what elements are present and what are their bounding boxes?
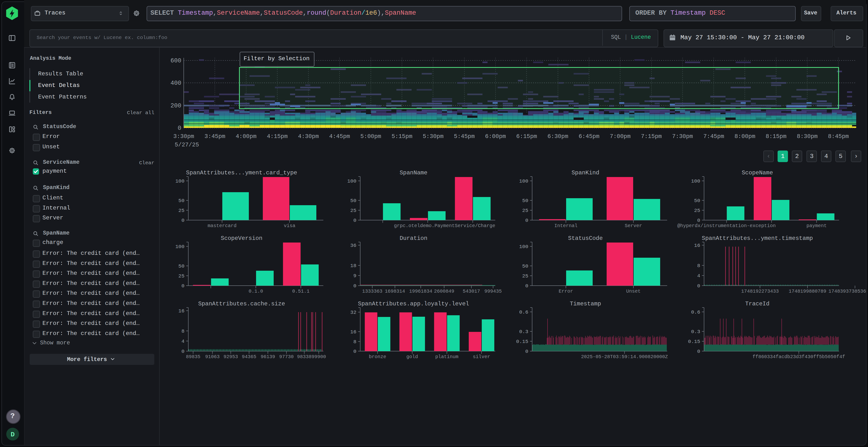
svg-text:9: 9 — [353, 273, 356, 279]
svg-text:Server: Server — [625, 223, 642, 229]
svg-text:SpanName: SpanName — [400, 170, 427, 176]
svg-text:0: 0 — [353, 283, 356, 289]
svg-text:4:30pm: 4:30pm — [298, 133, 319, 140]
svg-text:bronze: bronze — [369, 354, 386, 359]
svg-text:0: 0 — [525, 283, 528, 289]
svg-text:6:45pm: 6:45pm — [579, 133, 599, 140]
svg-text:8:30pm: 8:30pm — [797, 133, 817, 140]
svg-text:8: 8 — [181, 329, 184, 334]
svg-text:89835: 89835 — [186, 354, 200, 359]
svg-text:gold: gold — [406, 354, 418, 359]
svg-text:4:15pm: 4:15pm — [267, 133, 288, 140]
svg-text:8: 8 — [697, 263, 700, 269]
svg-text:600: 600 — [170, 57, 181, 64]
svg-text:3:30pm: 3:30pm — [173, 133, 194, 140]
svg-text:6:00pm: 6:00pm — [485, 133, 506, 140]
svg-text:0: 0 — [181, 349, 184, 354]
svg-text:16: 16 — [179, 308, 184, 314]
svg-text:543017: 543017 — [463, 288, 480, 294]
svg-text:50: 50 — [179, 264, 184, 269]
svg-text:ff860334facdb23d3f430ff5b5050f: ff860334facdb23d3f430ff5b5050f4f — [752, 354, 845, 359]
svg-text:0: 0 — [181, 283, 184, 289]
svg-text:0.15: 0.15 — [516, 339, 528, 344]
svg-text:SpanAttributes...yment.card_ty: SpanAttributes...yment.card_type — [186, 170, 297, 176]
svg-text:grpc.oteldemo.PaymentService/C: grpc.oteldemo.PaymentService/Charge — [394, 223, 495, 229]
svg-text:100: 100 — [691, 178, 700, 184]
svg-text:4:45pm: 4:45pm — [329, 133, 350, 140]
svg-text:100: 100 — [519, 178, 528, 184]
svg-text:mastercard: mastercard — [208, 223, 237, 229]
svg-text:16: 16 — [350, 329, 356, 335]
svg-text:TraceId: TraceId — [745, 301, 770, 307]
svg-text:50: 50 — [179, 198, 184, 204]
svg-text:4: 4 — [181, 339, 184, 344]
svg-text:25: 25 — [179, 208, 184, 213]
svg-text:96139: 96139 — [261, 354, 275, 359]
svg-text:97730: 97730 — [279, 354, 294, 359]
svg-text:91063: 91063 — [205, 354, 220, 359]
svg-text:7:00pm: 7:00pm — [610, 133, 630, 140]
svg-text:0: 0 — [178, 125, 181, 132]
svg-text:2600849: 2600849 — [434, 288, 454, 294]
svg-text:0: 0 — [353, 218, 356, 223]
svg-text:50: 50 — [350, 198, 356, 204]
svg-text:ScopeVersion: ScopeVersion — [221, 235, 262, 242]
svg-text:platinum: platinum — [435, 354, 458, 359]
svg-text:92953: 92953 — [223, 354, 238, 359]
svg-text:7:30pm: 7:30pm — [672, 133, 693, 140]
svg-text:0.6: 0.6 — [519, 309, 528, 315]
svg-text:0.3: 0.3 — [519, 329, 528, 335]
svg-text:16: 16 — [694, 243, 700, 248]
svg-text:98338: 98338 — [297, 354, 311, 359]
svg-text:8:45pm: 8:45pm — [828, 133, 849, 140]
svg-text:1333363: 1333363 — [362, 288, 382, 294]
svg-text:4:00pm: 4:00pm — [236, 133, 256, 140]
svg-text:Error: Error — [559, 288, 573, 294]
svg-text:4: 4 — [697, 273, 700, 279]
svg-text:ScopeName: ScopeName — [742, 170, 773, 176]
svg-text:1748393738536: 1748393738536 — [829, 288, 866, 294]
svg-text:25: 25 — [522, 208, 528, 213]
svg-text:6:15pm: 6:15pm — [516, 133, 537, 140]
svg-text:200: 200 — [170, 102, 181, 109]
svg-text:0: 0 — [525, 218, 528, 223]
svg-text:2025-05-28T03:59:14.900820000Z: 2025-05-28T03:59:14.900820000Z — [581, 354, 668, 359]
svg-text:100: 100 — [519, 244, 528, 249]
svg-text:1748192273433: 1748192273433 — [741, 288, 779, 294]
svg-text:SpanAttributes...yment.timesta: SpanAttributes...yment.timestamp — [702, 235, 813, 242]
svg-text:5:45pm: 5:45pm — [454, 133, 474, 140]
svg-text:1698314: 1698314 — [385, 288, 405, 294]
svg-text:6:30pm: 6:30pm — [547, 133, 568, 140]
svg-text:Internal: Internal — [554, 223, 578, 229]
svg-text:50: 50 — [522, 198, 528, 204]
svg-text:36: 36 — [350, 243, 356, 248]
svg-text:0.6: 0.6 — [691, 309, 700, 315]
svg-text:5:00pm: 5:00pm — [361, 133, 381, 140]
svg-text:0.15: 0.15 — [688, 339, 700, 344]
svg-text:400: 400 — [170, 80, 181, 87]
svg-text:8:15pm: 8:15pm — [766, 133, 786, 140]
svg-text:8: 8 — [353, 339, 356, 345]
svg-text:100: 100 — [347, 178, 356, 184]
svg-text:Timestamp: Timestamp — [570, 301, 601, 307]
svg-text:50: 50 — [694, 198, 700, 204]
svg-text:0: 0 — [697, 218, 700, 223]
svg-text:Unset: Unset — [626, 288, 641, 294]
svg-text:payment: payment — [807, 223, 827, 229]
svg-text:25: 25 — [694, 208, 700, 213]
svg-text:99900: 99900 — [311, 354, 326, 359]
svg-text:100: 100 — [175, 178, 184, 184]
svg-text:silver: silver — [473, 354, 490, 359]
svg-text:100: 100 — [175, 244, 184, 249]
svg-text:0: 0 — [525, 349, 528, 354]
svg-text:19961834: 19961834 — [409, 288, 432, 294]
svg-text:SpanAttributes.app.loyalty.lev: SpanAttributes.app.loyalty.level — [358, 301, 469, 307]
svg-text:@hyperdx/instrumentation-excep: @hyperdx/instrumentation-exception — [677, 223, 776, 229]
svg-text:5:30pm: 5:30pm — [423, 133, 443, 140]
svg-text:5/27/25: 5/27/25 — [175, 142, 199, 148]
svg-text:94365: 94365 — [242, 354, 256, 359]
svg-text:25: 25 — [179, 273, 184, 279]
svg-text:3:45pm: 3:45pm — [205, 133, 225, 140]
svg-text:visa: visa — [284, 223, 296, 229]
svg-text:7:45pm: 7:45pm — [703, 133, 724, 140]
